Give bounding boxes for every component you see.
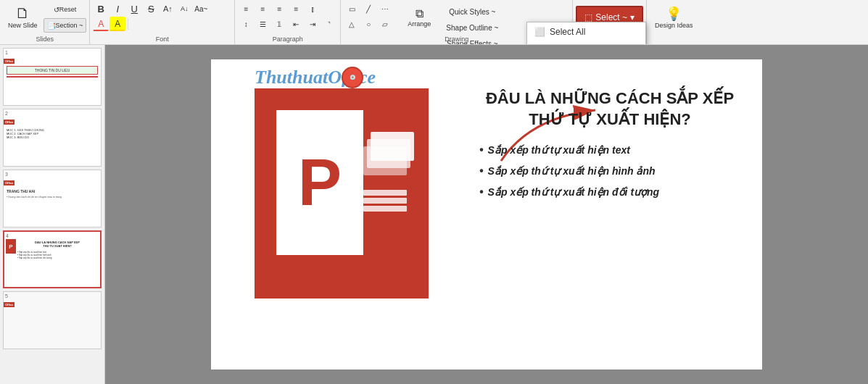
section-button[interactable]: 📑 Section ~ (44, 18, 87, 33)
font-size-up-button[interactable]: A↑ (160, 1, 175, 16)
slides-panel: 1 Office THONG TIN DU LIEU 2 Office MUC … (0, 45, 105, 384)
bullet-text-2: Sắp xếp thứ tự xuất hiện hình ảnh (488, 165, 656, 177)
paragraph-label: Paragraph (235, 36, 340, 43)
ppt-stripe2 (363, 198, 407, 204)
columns-button[interactable]: ⫿ (305, 1, 321, 16)
font-group: B I U S A↑ A↓ Aa~ A A Font (90, 0, 235, 44)
select-icon: ⬚ (584, 12, 592, 22)
arrange-label: Arrange (408, 20, 431, 28)
select-dropdown-arrow: ▾ (630, 12, 635, 22)
ppt-logo-white-block: P (276, 110, 363, 255)
select-all-item[interactable]: ⬜ Select All (527, 22, 645, 41)
bullet-text-1: Sắp xếp thứ tự xuất hiện text (488, 144, 630, 156)
design-ideas-icon: 💡 (666, 6, 682, 22)
slide-thumb-1[interactable]: 1 Office THONG TIN DU LIEU (3, 48, 102, 106)
shape4-button[interactable]: ▱ (377, 17, 393, 31)
slide-thumb-4[interactable]: 4 DAU LA NHUNG CACH SAP XEPTHU TU XUAT H… (3, 230, 102, 288)
thumb3-office-tag: Office (4, 180, 15, 185)
align-right-button[interactable]: ≡ (271, 1, 287, 16)
shape3-button[interactable]: ○ (360, 17, 376, 31)
bullet-2: • Sắp xếp thứ tự xuất hiện hình ảnh (479, 165, 740, 178)
design-ideas-group: 💡 Design Ideas (647, 0, 701, 44)
indent-dec-button[interactable]: ⇤ (288, 17, 304, 31)
bullet-dot-2: • (479, 164, 484, 178)
design-ideas-label: Design Ideas (655, 22, 693, 29)
underline-button[interactable]: U (126, 1, 142, 16)
thumb4-bullets: • Sap xep thu tu xuat hien text • Sap xe… (17, 251, 97, 259)
reset-icon: ↺ (54, 6, 59, 14)
quick-styles-label: Quick Styles ~ (449, 8, 495, 16)
thumb3-title: TRANG THU HAI (7, 189, 98, 193)
bold-button[interactable]: B (93, 1, 109, 16)
slides-group: 🗋 New Slide ↺ Reset 📑 Section ~ Slides (0, 0, 90, 44)
bullet-3: • Sắp xếp thứ tự xuất hiện đối tượng (479, 186, 740, 199)
new-slide-label: New Slide (8, 22, 38, 29)
thumb2-line3: MUC 3: BIEU DO (7, 135, 98, 139)
logo-circle-text: 💿 (350, 75, 356, 80)
quick-styles-button[interactable]: Quick Styles ~ (445, 4, 499, 19)
new-slide-button[interactable]: 🗋 New Slide (3, 1, 43, 33)
bullet-dot-3: • (479, 185, 484, 199)
thumb1-content: THONG TIN DU LIEU (7, 66, 98, 75)
bullet-text-3: Sắp xếp thứ tự xuất hiện đối tượng (488, 186, 660, 198)
font-size-down-button[interactable]: A↓ (176, 1, 192, 16)
shape2-button[interactable]: △ (344, 17, 360, 31)
select-label: Select ~ (595, 12, 627, 22)
font-divider (128, 18, 128, 30)
paragraph-group: ≡ ≡ ≡ ≡ ⫿ ↕ ☰ 𝟙 ⇤ ⇥ ⌝ Paragraph (235, 0, 341, 44)
logo-circle: 💿 (342, 67, 363, 88)
font-label: Font (90, 36, 234, 43)
main-area: 1 Office THONG TIN DU LIEU 2 Office MUC … (0, 45, 868, 384)
font-color-button[interactable]: A (93, 17, 109, 31)
numbering-button[interactable]: 𝟙 (271, 17, 287, 31)
arrange-button[interactable]: ⧉ Arrange (402, 1, 436, 33)
slide-thumb-2[interactable]: 2 Office MUC 1: GIOI THIEU CHUNG MUC 2: … (3, 109, 102, 167)
thumb4-title: DAU LA NHUNG CACH SAP XEPTHU TU XUAT HIE… (17, 241, 97, 248)
paragraph-dialog-button[interactable]: ⌝ (321, 17, 337, 31)
shape-line-button[interactable]: ╱ (360, 1, 376, 16)
shape-more-button[interactable]: ⋯ (377, 1, 393, 16)
ppt-logo-area: P (255, 88, 429, 299)
reset-button[interactable]: ↺ Reset (44, 2, 87, 17)
bullet-1: • Sắp xếp thứ tự xuất hiện text (479, 144, 740, 156)
shape-rect-button[interactable]: ▭ (344, 1, 360, 16)
line-spacing-button[interactable]: ↕ (238, 17, 254, 31)
slide-5-label: 5 (5, 293, 8, 299)
select-dropdown-menu: ⬜ Select All ⬚ Select Objects ☰ Selectio… (526, 22, 646, 45)
align-left-button[interactable]: ≡ (238, 1, 254, 16)
new-slide-icon: 🗋 (15, 6, 30, 20)
thumb5-office-tag: Office (4, 302, 15, 307)
slide-thumb-3[interactable]: 3 Office TRANG THU HAI • Huong dan cach … (3, 170, 102, 228)
select-group: ⬚ Select ~ ▾ ⬜ Select All ⬚ Select Objec… (573, 0, 647, 44)
design-ideas-button[interactable]: 💡 Design Ideas (650, 1, 698, 33)
bullets-button[interactable]: ☰ (255, 17, 270, 31)
slide-content: ThuthuatOffice 💿 P (211, 59, 762, 370)
select-all-icon: ⬜ (534, 27, 545, 37)
slide-canvas: ThuthuatOffice 💿 P (105, 45, 868, 384)
content-text-area: ĐÂU LÀ NHỮNG CÁCH SẮP XẾPTHỨ TỰ XUẤT HIỆ… (479, 88, 740, 207)
ppt-slide3 (363, 146, 407, 175)
arrange-icon: ⧉ (416, 7, 423, 20)
change-case-button[interactable]: Aa~ (193, 1, 209, 16)
thumb3-body: • Huong dan cach chi de tro chuyen mau t… (7, 196, 98, 199)
align-center-button[interactable]: ≡ (255, 1, 270, 16)
shape-outline-button[interactable]: Shape Outline ~ (445, 20, 499, 35)
strikethrough-button[interactable]: S (143, 1, 159, 16)
highlight-button[interactable]: A (109, 17, 125, 31)
thumb1-office-tag: Office (4, 59, 15, 64)
ribbon: 🗋 New Slide ↺ Reset 📑 Section ~ Slides B… (0, 0, 868, 45)
section-icon: 📑 (47, 22, 56, 30)
thumb1-bar (7, 76, 98, 78)
italic-button[interactable]: I (109, 1, 125, 16)
shape-outline-label: Shape Outline ~ (446, 24, 498, 32)
ppt-p-letter: P (298, 146, 342, 220)
ppt-stripe1 (363, 190, 407, 196)
slide-thumb-5[interactable]: 5 Office (3, 291, 102, 349)
justify-button[interactable]: ≡ (288, 1, 304, 16)
slide-title: ĐÂU LÀ NHỮNG CÁCH SẮP XẾPTHỨ TỰ XUẤT HIỆ… (479, 88, 740, 130)
ppt-slides-icon (363, 132, 414, 212)
ppt-stripe3 (363, 206, 407, 212)
indent-inc-button[interactable]: ⇥ (305, 17, 321, 31)
bullet-dot-1: • (479, 143, 484, 156)
thumb2-office-tag: Office (4, 120, 15, 125)
